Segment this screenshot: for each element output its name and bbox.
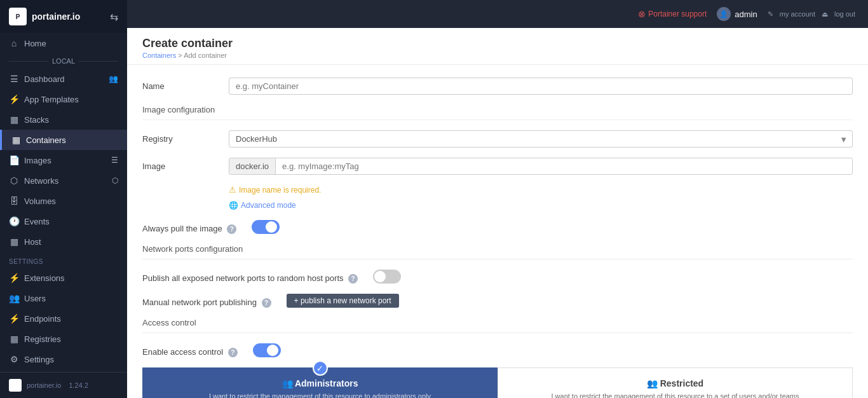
sidebar: P portainer.io ⇆ ⌂ Home LOCAL ☰ Dashboar… xyxy=(0,0,127,398)
sidebar-item-label: Host xyxy=(24,237,41,247)
sidebar-item-label: App Templates xyxy=(24,95,79,104)
page-area: Create container Containers > Add contai… xyxy=(127,28,868,398)
enable-access-row: Enable access control ? xyxy=(142,343,853,357)
main-content: ⊗ Portainer support 👤 admin ✎ my account… xyxy=(127,0,868,398)
sidebar-item-label: Home xyxy=(24,39,46,48)
warning-icon: ⚠ xyxy=(229,185,236,195)
images-icon: 📄 xyxy=(9,155,19,165)
sidebar-item-label: Images xyxy=(24,156,51,165)
footer-logo xyxy=(9,379,22,392)
publish-port-button[interactable]: + publish a new network port xyxy=(287,294,399,308)
admin-card-icon: 👥 xyxy=(282,378,293,388)
sidebar-item-extensions[interactable]: ⚡ Extensions xyxy=(0,268,127,288)
toggle-slider xyxy=(253,343,281,357)
sidebar-item-label: Registries xyxy=(24,334,61,344)
restricted-card-icon: 👥 xyxy=(647,378,658,388)
sidebar-item-networks[interactable]: ⬡ Networks ⬡ xyxy=(0,170,127,191)
sidebar-item-label: Extensions xyxy=(24,273,65,283)
support-link[interactable]: ⊗ Portainer support xyxy=(638,9,707,19)
publish-all-help-icon[interactable]: ? xyxy=(348,274,358,284)
image-warning: ⚠ Image name is required. xyxy=(229,185,853,195)
sidebar-item-label: Stacks xyxy=(24,115,49,125)
manual-port-help-icon[interactable]: ? xyxy=(262,298,271,308)
sidebar-footer: portainer.io 1.24.2 xyxy=(0,372,127,398)
settings-icon: ⚙ xyxy=(9,354,19,364)
topbar-user: 👤 admin xyxy=(717,7,757,21)
sidebar-item-users[interactable]: 👥 Users xyxy=(0,288,127,308)
admin-card-check-icon: ✓ xyxy=(313,360,328,376)
support-icon: ⊗ xyxy=(638,9,646,19)
settings-section-label: SETTINGS xyxy=(0,252,127,268)
name-row: Name xyxy=(142,78,853,95)
sidebar-item-host[interactable]: ▦ Host xyxy=(0,231,127,252)
breadcrumb: Containers > Add container xyxy=(142,51,853,59)
sidebar-item-app-templates[interactable]: ⚡ App Templates xyxy=(0,89,127,109)
breadcrumb-containers[interactable]: Containers xyxy=(142,51,176,59)
page-title: Create container xyxy=(142,37,853,50)
breadcrumb-current: Add container xyxy=(184,51,227,59)
toggle-slider xyxy=(373,270,401,284)
sidebar-item-registries[interactable]: ▦ Registries xyxy=(0,329,127,349)
image-config-section: Image configuration xyxy=(142,105,853,120)
sidebar-logo: P portainer.io ⇆ xyxy=(0,0,127,33)
image-input[interactable] xyxy=(276,158,852,174)
registry-select[interactable]: DockerHub xyxy=(229,130,853,148)
sidebar-item-stacks[interactable]: ▦ Stacks xyxy=(0,109,127,130)
sidebar-group-local: LOCAL xyxy=(0,53,127,69)
image-prefix: docker.io xyxy=(229,158,276,174)
switch-icon[interactable]: ⇆ xyxy=(110,11,118,23)
enable-access-toggle[interactable] xyxy=(253,343,281,357)
extensions-icon: ⚡ xyxy=(9,273,19,283)
manual-port-label: Manual network port publishing ? xyxy=(142,294,276,308)
sidebar-item-label: Dashboard xyxy=(24,74,65,84)
sidebar-item-dashboard[interactable]: ☰ Dashboard 👥 xyxy=(0,69,127,89)
restricted-card[interactable]: 👥 Restricted I want to restrict the mana… xyxy=(498,367,853,398)
always-pull-label: Always pull the image ? xyxy=(142,220,241,234)
image-label: Image xyxy=(142,158,219,171)
sidebar-item-endpoints[interactable]: ⚡ Endpoints xyxy=(0,308,127,329)
name-input[interactable] xyxy=(229,78,853,95)
dashboard-icon: ☰ xyxy=(9,74,19,84)
topbar-links: ✎ my account ⏏ log out xyxy=(768,10,855,18)
sidebar-item-label: Networks xyxy=(24,176,58,186)
page-header: Create container Containers > Add contai… xyxy=(127,28,868,65)
always-pull-toggle[interactable] xyxy=(252,220,280,234)
publish-all-row: Publish all exposed network ports to ran… xyxy=(142,270,853,284)
registry-row: Registry DockerHub ▼ xyxy=(142,130,853,148)
always-pull-row: Always pull the image ? xyxy=(142,220,853,234)
home-icon: ⌂ xyxy=(9,38,19,48)
always-pull-help-icon[interactable]: ? xyxy=(227,224,236,234)
admin-card[interactable]: ✓ 👥 Administrators I want to restrict th… xyxy=(142,367,498,398)
logo-icon: P xyxy=(9,8,27,25)
breadcrumb-separator: > xyxy=(178,51,184,59)
user-avatar: 👤 xyxy=(717,7,731,21)
sidebar-item-containers[interactable]: ▦ Containers xyxy=(0,130,127,150)
sidebar-item-events[interactable]: 🕐 Events xyxy=(0,211,127,231)
my-account-link[interactable]: my account xyxy=(780,10,815,18)
sidebar-item-volumes[interactable]: 🗄 Volumes xyxy=(0,191,127,211)
containers-icon: ▦ xyxy=(11,135,21,145)
globe-icon: 🌐 xyxy=(229,201,238,210)
templates-icon: ⚡ xyxy=(9,94,19,104)
admin-card-title: 👥 Administrators xyxy=(153,378,487,388)
sidebar-item-images[interactable]: 📄 Images ☰ xyxy=(0,150,127,170)
publish-all-label: Publish all exposed network ports to ran… xyxy=(142,270,363,284)
images-icon2: ☰ xyxy=(111,156,118,165)
sidebar-item-label: Endpoints xyxy=(24,314,61,324)
advanced-mode-link[interactable]: 🌐 Advanced mode xyxy=(229,201,853,210)
access-control-section: Access control xyxy=(142,318,853,333)
publish-all-toggle[interactable] xyxy=(373,270,401,284)
sidebar-item-home[interactable]: ⌂ Home xyxy=(0,33,127,53)
volumes-icon: 🗄 xyxy=(9,196,19,206)
enable-access-help-icon[interactable]: ? xyxy=(228,348,238,357)
sidebar-item-settings[interactable]: ⚙ Settings xyxy=(0,349,127,369)
users-icon: 👥 xyxy=(9,293,19,303)
enable-access-label: Enable access control ? xyxy=(142,343,243,357)
networks-icon2: ⬡ xyxy=(112,176,118,185)
log-out-link[interactable]: log out xyxy=(834,10,855,18)
sidebar-item-label: Users xyxy=(24,294,46,303)
support-label: Portainer support xyxy=(648,10,707,18)
sidebar-item-label: Containers xyxy=(26,135,66,145)
user-name: admin xyxy=(735,10,757,19)
registries-icon: ▦ xyxy=(9,334,19,344)
